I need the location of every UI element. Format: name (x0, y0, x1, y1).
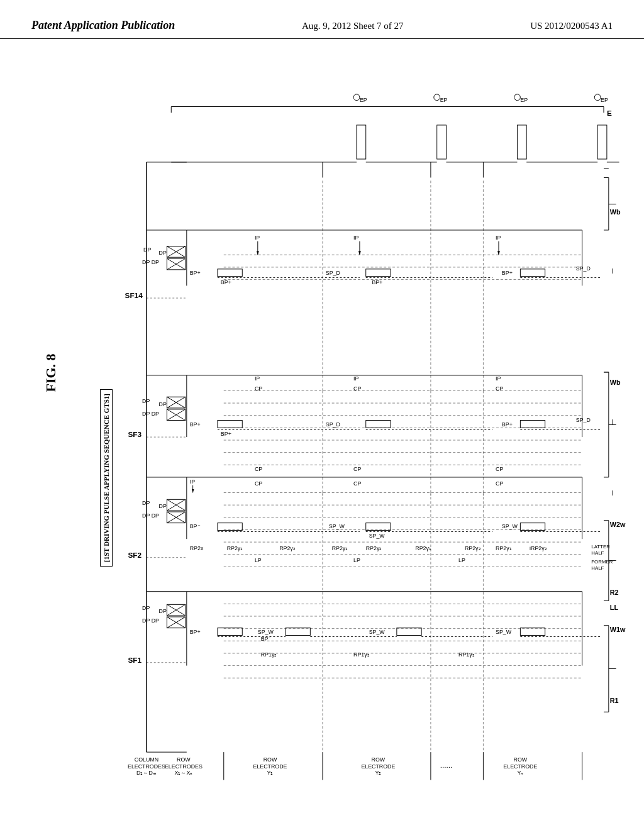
svg-text:BP+: BP+ (221, 279, 231, 285)
svg-text:BP+: BP+ (190, 421, 201, 428)
svg-rect-62 (366, 269, 391, 277)
svg-text:SP_W: SP_W (496, 629, 512, 635)
svg-text:BP+: BP+ (502, 421, 513, 428)
svg-text:EP: EP (601, 97, 608, 103)
svg-text:SF2: SF2 (128, 551, 142, 559)
svg-text:BP+: BP+ (502, 270, 513, 276)
svg-text:Y₁: Y₁ (267, 770, 274, 776)
svg-text:SP_D: SP_D (576, 417, 591, 423)
svg-text:BP+: BP+ (221, 431, 231, 437)
svg-rect-60 (218, 269, 242, 277)
svg-text:IP: IP (353, 375, 358, 382)
timing-diagram-svg: COLUMN ELECTRODES D₁～Dₘ ROW ELECTRODES X… (82, 88, 631, 792)
svg-text:LP: LP (458, 557, 465, 563)
svg-text:......: ...... (440, 761, 453, 769)
svg-text:I: I (612, 267, 614, 275)
svg-text:DP DP: DP DP (142, 259, 159, 265)
svg-text:BP+: BP+ (372, 279, 383, 285)
svg-rect-216 (520, 628, 545, 636)
svg-text:ROW: ROW (514, 756, 528, 763)
svg-text:HALF: HALF (591, 565, 604, 571)
svg-text:SF3: SF3 (128, 430, 142, 438)
svg-text:SF14: SF14 (125, 291, 143, 299)
svg-text:RP2γ₁: RP2γ₁ (332, 545, 348, 551)
svg-text:IP: IP (255, 235, 260, 241)
svg-text:EP: EP (360, 97, 367, 103)
svg-text:CP: CP (353, 385, 361, 392)
svg-text:ROW: ROW (264, 756, 277, 763)
svg-text:E: E (607, 109, 612, 117)
svg-text:ELECTRODES: ELECTRODES (165, 763, 203, 770)
svg-text:IP: IP (255, 375, 260, 382)
svg-text:W2w: W2w (610, 521, 626, 528)
svg-point-44 (434, 94, 440, 101)
svg-text:DP: DP (143, 246, 151, 253)
svg-text:LP: LP (353, 557, 360, 563)
svg-text:CP: CP (353, 466, 361, 472)
svg-text:RP2γ₂: RP2γ₂ (279, 545, 296, 551)
svg-text:ELECTRODE: ELECTRODE (503, 763, 537, 770)
svg-text:COLUMN: COLUMN (135, 756, 158, 763)
svg-point-45 (514, 94, 521, 101)
svg-text:CP: CP (496, 385, 503, 392)
svg-text:RP1γ₂: RP1γ₂ (261, 651, 277, 658)
svg-rect-86 (357, 125, 366, 159)
svg-text:DP: DP (159, 608, 167, 614)
svg-rect-164 (520, 523, 545, 531)
svg-text:ELECTRODE: ELECTRODE (253, 763, 287, 770)
svg-text:Y₂: Y₂ (375, 770, 381, 776)
svg-text:W1w: W1w (610, 626, 626, 633)
svg-text:IP: IP (496, 375, 501, 382)
svg-text:DP: DP (159, 401, 167, 407)
svg-text:LP: LP (255, 557, 262, 563)
svg-text:EP: EP (520, 97, 528, 103)
svg-text:ROW: ROW (372, 756, 386, 763)
svg-rect-88 (517, 125, 526, 159)
svg-text:BP⁻: BP⁻ (190, 523, 201, 529)
svg-text:SP_W: SP_W (369, 533, 386, 539)
svg-text:IP: IP (190, 479, 195, 485)
svg-text:X₁～Xₙ: X₁～Xₙ (175, 770, 193, 776)
svg-rect-211 (286, 628, 310, 636)
svg-text:IP: IP (353, 235, 358, 241)
svg-text:iRP2γ₂: iRP2γ₂ (530, 545, 547, 551)
svg-text:RP2γ₁: RP2γ₁ (415, 545, 431, 551)
svg-text:CP: CP (496, 466, 503, 472)
svg-text:SP_W: SP_W (502, 523, 518, 529)
svg-text:SP_D: SP_D (576, 265, 591, 272)
svg-text:FORMER: FORMER (591, 559, 613, 565)
svg-text:RP1γ₂: RP1γ₂ (353, 651, 370, 658)
svg-text:CP: CP (255, 480, 262, 487)
svg-text:RP2γ₂: RP2γ₂ (366, 545, 382, 551)
publication-title: Patent Application Publication (31, 19, 175, 32)
svg-text:SP_W: SP_W (258, 629, 274, 635)
svg-text:SP_W: SP_W (369, 629, 386, 635)
svg-text:RP2γ₁: RP2γ₁ (496, 545, 512, 551)
svg-text:RP2γ₁: RP2γ₁ (227, 545, 243, 551)
svg-text:SP_D: SP_D (326, 421, 340, 428)
svg-rect-87 (437, 125, 447, 159)
svg-text:SF1: SF1 (128, 656, 142, 664)
figure-label: FIG. 8 (43, 353, 59, 392)
svg-text:ROW: ROW (177, 756, 191, 763)
svg-text:LATTER: LATTER (591, 544, 610, 550)
svg-text:SP_D: SP_D (326, 270, 340, 276)
svg-text:DP DP: DP DP (142, 512, 159, 519)
svg-rect-214 (397, 628, 421, 636)
svg-text:Yₙ: Yₙ (517, 770, 523, 776)
svg-rect-89 (597, 125, 607, 159)
svg-text:DP DP: DP DP (142, 617, 159, 624)
svg-rect-160 (218, 523, 242, 531)
svg-text:BP+: BP+ (190, 270, 201, 276)
svg-text:CP: CP (255, 466, 262, 472)
svg-text:CP: CP (255, 385, 262, 392)
svg-text:DP: DP (159, 250, 167, 256)
svg-text:EP: EP (440, 97, 448, 103)
svg-text:CP: CP (353, 480, 361, 487)
svg-rect-118 (218, 421, 242, 428)
svg-point-43 (353, 94, 360, 101)
svg-point-46 (594, 94, 601, 101)
svg-text:BP+: BP+ (190, 629, 201, 635)
svg-text:SP_W: SP_W (329, 523, 345, 529)
svg-text:LL: LL (610, 604, 619, 611)
